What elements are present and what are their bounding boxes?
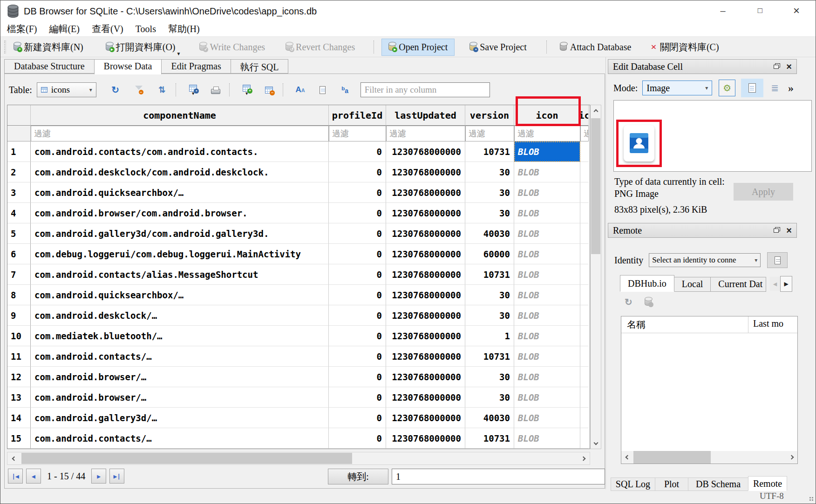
vertical-scrollbar[interactable] [590,105,601,449]
cell-r15-icon[interactable]: BLOB [514,428,580,449]
save-project-button[interactable]: ▪ Save Project [467,40,530,54]
cell-r12-ic[interactable] [580,367,589,387]
cell-r6-ic[interactable] [580,244,589,264]
cell-r2-icon[interactable]: BLOB [514,162,580,182]
cell-r13-version[interactable]: 30 [465,387,514,408]
cell-r15-componentName[interactable]: com.android.contacts/… [31,428,329,449]
column-header-profileId[interactable]: profileId [329,105,386,126]
cell-r8-version[interactable]: 30 [465,285,514,305]
insert-record-button[interactable]: + ▼ [239,81,255,98]
row-number-2[interactable]: 2 [7,162,31,182]
cell-r13-componentName[interactable]: com.android.browser/… [31,387,329,408]
print-button[interactable] [208,81,224,98]
cell-r2-profileId[interactable]: 0 [329,162,386,182]
row-number-3[interactable]: 3 [7,182,31,203]
scroll-up-button[interactable] [591,105,601,117]
cell-r11-lastUpdated[interactable]: 1230768000000 [386,346,465,367]
cell-r3-componentName[interactable]: com.android.quicksearchbox/… [31,182,329,203]
cell-r6-icon[interactable]: BLOB [514,244,580,264]
encoding-button[interactable]: ba [337,81,353,98]
row-number-13[interactable]: 13 [7,387,31,408]
remote-name-column-header[interactable]: 名稱 [621,316,748,333]
encoding-status[interactable]: UTF-8 [760,491,784,501]
scroll-right-button[interactable] [577,452,590,464]
cell-r9-profileId[interactable]: 0 [329,305,386,326]
cell-r4-componentName[interactable]: com.android.browser/com.android.browser. [31,203,329,223]
menu-item-f[interactable]: 檔案(F) [1,21,42,37]
find-in-document-button[interactable] [315,81,331,98]
cell-r9-lastUpdated[interactable]: 1230768000000 [386,305,465,326]
cell-r3-icon[interactable]: BLOB [514,182,580,203]
cell-r11-icon[interactable]: BLOB [514,346,580,367]
cell-r10-ic[interactable] [580,326,589,346]
remote-scroll-left-button[interactable] [621,451,633,464]
cell-r4-icon[interactable]: BLOB [514,203,580,223]
filter-version[interactable]: 過濾 [465,126,514,141]
scroll-down-button[interactable] [591,437,601,449]
row-number-14[interactable]: 14 [7,408,31,428]
remote-tabs-scroll-right[interactable]: ▶ [780,276,792,292]
cell-r13-ic[interactable] [580,387,589,408]
open-project-button[interactable]: ▸ Open Project [381,39,455,56]
remote-tab-dbhub.io[interactable]: DBHub.io [620,275,674,292]
cell-r12-version[interactable]: 30 [465,367,514,387]
filter-ic[interactable]: 過濾 [580,126,589,141]
row-number-7[interactable]: 7 [7,264,31,285]
cell-r8-ic[interactable] [580,285,589,305]
font-button[interactable]: AA [292,81,308,98]
refresh-button[interactable]: ↻ [108,81,123,98]
save-filter-button[interactable]: ⇅ [154,81,170,98]
row-number-8[interactable]: 8 [7,285,31,305]
cell-r7-lastUpdated[interactable]: 1230768000000 [386,264,465,285]
cell-r8-lastUpdated[interactable]: 1230768000000 [386,285,465,305]
float-dock-icon[interactable] [774,65,779,69]
cell-r1-icon[interactable]: BLOB [514,141,580,162]
cell-r13-icon[interactable]: BLOB [514,387,580,408]
attach-database-button[interactable]: Attach Database [557,40,634,54]
cell-r11-profileId[interactable]: 0 [329,346,386,367]
cell-r5-icon[interactable]: BLOB [514,223,580,244]
cell-r5-ic[interactable] [580,223,589,244]
filter-lastUpdated[interactable]: 過濾 [386,126,465,141]
row-number-11[interactable]: 11 [7,346,31,367]
vertical-scrollbar-thumb[interactable] [591,118,600,254]
cell-r7-componentName[interactable]: com.android.contacts/alias.MessageShortc… [31,264,329,285]
cell-r11-ic[interactable] [580,346,589,367]
cell-r2-ic[interactable] [580,162,589,182]
cell-r9-icon[interactable]: BLOB [514,305,580,326]
filter-componentName[interactable]: 過濾 [31,126,329,141]
column-header-version[interactable]: version [465,105,514,126]
cell-r7-profileId[interactable]: 0 [329,264,386,285]
mode-selector[interactable]: Image ▾ [642,81,712,95]
close-dock-icon[interactable]: × [786,63,792,70]
toolbar-overflow-icon[interactable]: » [788,82,794,94]
menu-item-e[interactable]: 編輯(E) [43,21,85,37]
cell-r14-profileId[interactable]: 0 [329,408,386,428]
cell-r15-profileId[interactable]: 0 [329,428,386,449]
cell-r6-componentName[interactable]: com.debug.loggerui/com.debug.loggerui.Ma… [31,244,329,264]
first-page-button[interactable]: |◀ [8,469,23,484]
dock-tab-sql-log[interactable]: SQL Log [611,477,655,491]
cell-r4-ic[interactable] [580,203,589,223]
row-number-12[interactable]: 12 [7,367,31,387]
remote-horizontal-scrollbar[interactable] [621,451,797,464]
dock-tab-plot[interactable]: Plot [655,477,688,491]
next-page-button[interactable]: ▶ [91,469,106,484]
cell-r9-version[interactable]: 30 [465,305,514,326]
cell-r1-ic[interactable] [580,141,589,162]
cell-r8-componentName[interactable]: com.android.quicksearchbox/… [31,285,329,305]
identity-import-button[interactable] [767,252,788,268]
cell-r14-componentName[interactable]: com.android.gallery3d/… [31,408,329,428]
table-selector[interactable]: icons ▾ [37,82,96,97]
cell-r11-componentName[interactable]: com.android.contacts/… [31,346,329,367]
dock-tab-remote[interactable]: Remote [748,476,787,491]
cell-r4-lastUpdated[interactable]: 1230768000000 [386,203,465,223]
remote-file-list[interactable]: 名稱 Last mo [621,316,798,464]
remote-scroll-right-button[interactable] [785,451,797,464]
cell-r12-icon[interactable]: BLOB [514,367,580,387]
cell-r13-lastUpdated[interactable]: 1230768000000 [386,387,465,408]
cell-r5-lastUpdated[interactable]: 1230768000000 [386,223,465,244]
cell-r4-version[interactable]: 30 [465,203,514,223]
main-tab-edit-pragmas[interactable]: Edit Pragmas [161,59,231,74]
cell-r10-lastUpdated[interactable]: 1230768000000 [386,326,465,346]
